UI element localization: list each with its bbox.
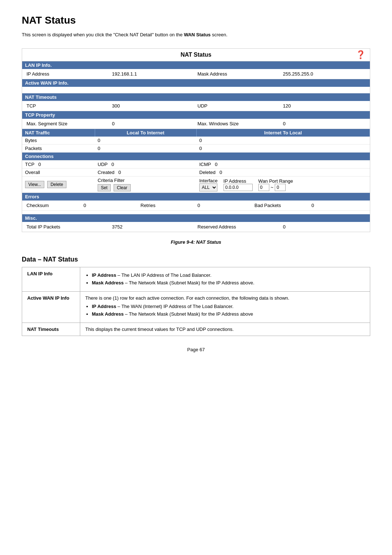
interface-select[interactable]: ALL — [199, 183, 217, 191]
filter-fields-cell: Interface ALL IP Address Wan Port Range — [196, 177, 370, 193]
interface-group: Interface ALL — [199, 178, 218, 191]
section-lan-ip: LAN IP Info. — [22, 61, 370, 69]
lan-ip-desc: IP Address – The LAN IP Address of The L… — [80, 267, 370, 292]
panel-title: NAT Status — [180, 52, 211, 58]
conn-icmp-label: ICMP — [199, 162, 211, 167]
data-row-nat-timeouts: NAT Timeouts This displays the current t… — [22, 323, 370, 336]
spacer-row — [22, 211, 370, 214]
bytes-local: 0 — [95, 137, 196, 145]
errors-row: Checksum 0 Retries 0 Bad Packets 0 — [22, 200, 370, 211]
set-button[interactable]: Set — [98, 184, 111, 191]
view-button[interactable]: View... — [25, 181, 44, 188]
section-nat-timeouts: NAT Timeouts — [22, 93, 370, 101]
conn-udp-label: UDP — [98, 162, 107, 167]
conn-deleted-cell: Deleted 0 — [196, 169, 370, 177]
intro-paragraph: This screen is displayed when you click … — [22, 32, 370, 37]
conn-created-label: Created — [98, 170, 114, 175]
packets-internet: 0 — [196, 145, 370, 153]
panel-header: NAT Status ❓ — [22, 49, 370, 61]
criteria-filter-label: Criteria Filter — [98, 178, 124, 183]
mask-address-value: 255.255.255.0 — [282, 70, 367, 77]
nat-traffic-header: NAT Traffic — [22, 129, 95, 137]
active-wan-bullet-2: Mask Address – The Network Mask (Subnet … — [92, 311, 365, 317]
nat-traffic-table: NAT Traffic Local To Internet Internet T… — [22, 129, 370, 193]
data-section-title: Data – NAT Status — [22, 256, 370, 263]
ip-address-value: 192.168.1.1 — [111, 70, 196, 77]
conn-icmp-value: 0 — [215, 162, 217, 167]
conn-created-value: 0 — [118, 170, 121, 175]
bad-packets-value: 0 — [310, 202, 367, 209]
section-misc: Misc. — [22, 214, 370, 222]
retries-label: Retries — [139, 202, 196, 209]
section-active-wan: Active WAN IP Info. — [22, 79, 370, 87]
connections-row2: Overall Created 0 Deleted 0 — [22, 169, 370, 177]
nat-timeouts-term: NAT Timeouts — [22, 323, 80, 336]
nat-timeouts-desc: This displays the current timeout values… — [80, 323, 370, 336]
lan-ip-bullet-1: IP Address – The LAN IP Address of The L… — [92, 272, 365, 278]
connections-header: Connections — [22, 153, 370, 161]
active-wan-desc: There is one (1) row for each active con… — [80, 292, 370, 323]
packets-label: Packets — [22, 145, 95, 153]
ip-address-filter-label: IP Address — [224, 178, 253, 184]
conn-tcp-value: 0 — [38, 162, 41, 167]
wan-port-to-input[interactable] — [275, 184, 286, 191]
figure-caption: Figure 9-4: NAT Status — [22, 239, 370, 245]
mask-address-label: Mask Address — [196, 70, 282, 77]
udp-label: UDP — [196, 102, 282, 109]
wan-port-range-group: Wan Port Range ~ — [258, 178, 293, 191]
wan-port-range-label: Wan Port Range — [258, 178, 293, 184]
connections-row3: View... Delete Criteria Filter Set Clear — [22, 177, 370, 193]
conn-created-cell: Created 0 — [95, 169, 196, 177]
delete-button[interactable]: Delete — [47, 181, 66, 188]
port-range-separator: ~ — [271, 185, 274, 190]
help-icon[interactable]: ❓ — [356, 50, 366, 60]
ip-address-input[interactable] — [224, 184, 253, 191]
tcp-property-row: Max. Segment Size 0 Max. Windows Size 0 — [22, 119, 370, 129]
total-ip-packets-label: Total IP Packets — [25, 223, 111, 230]
retries-value: 0 — [196, 202, 253, 209]
criteria-filter-cell: Criteria Filter Set Clear — [95, 177, 196, 193]
ip-address-label: IP Address — [25, 70, 111, 77]
conn-icmp-cell: ICMP 0 — [196, 161, 370, 169]
lan-ip-term: LAN IP Info — [22, 267, 80, 292]
ip-address-group: IP Address — [224, 178, 253, 191]
max-segment-value: 0 — [111, 120, 196, 127]
data-description-table: LAN IP Info IP Address – The LAN IP Addr… — [22, 267, 370, 336]
active-wan-bullet-1: IP Address – The WAN (Internet) IP Addre… — [92, 304, 365, 309]
reserved-address-value: 0 — [282, 223, 367, 230]
view-delete-cell: View... Delete — [22, 177, 95, 193]
lan-ip-row: IP Address 192.168.1.1 Mask Address 255.… — [22, 69, 370, 79]
tcp-value: 300 — [111, 102, 196, 109]
udp-value: 120 — [282, 102, 367, 109]
misc-row: Total IP Packets 3752 Reserved Address 0 — [22, 222, 370, 232]
conn-overall-label: Overall — [25, 170, 40, 175]
conn-udp-cell: UDP 0 — [95, 161, 196, 169]
bytes-label: Bytes — [22, 137, 95, 145]
connections-header-row: Connections — [22, 153, 370, 161]
packets-local: 0 — [95, 145, 196, 153]
max-windows-value: 0 — [282, 120, 367, 127]
packets-row: Packets 0 0 — [22, 145, 370, 153]
active-wan-row — [22, 87, 370, 93]
conn-deleted-label: Deleted — [199, 170, 216, 175]
bytes-row: Bytes 0 0 — [22, 137, 370, 145]
conn-tcp-label: TCP — [25, 162, 34, 167]
max-windows-label: Max. Windows Size — [196, 120, 282, 127]
connections-row1: TCP 0 UDP 0 ICMP 0 — [22, 161, 370, 169]
section-tcp-property: TCP Property — [22, 111, 370, 119]
conn-udp-value: 0 — [111, 162, 114, 167]
conn-overall-cell: Overall — [22, 169, 95, 177]
data-row-lan-ip: LAN IP Info IP Address – The LAN IP Addr… — [22, 267, 370, 292]
clear-button[interactable]: Clear — [114, 184, 131, 191]
local-to-internet-header: Local To Internet — [95, 129, 196, 137]
active-wan-term: Active WAN IP Info — [22, 292, 80, 323]
data-row-active-wan: Active WAN IP Info There is one (1) row … — [22, 292, 370, 323]
nat-status-panel: NAT Status ❓ LAN IP Info. IP Address 192… — [22, 48, 370, 232]
bytes-internet: 0 — [196, 137, 370, 145]
checksum-label: Checksum — [25, 202, 82, 209]
max-segment-label: Max. Segment Size — [25, 120, 111, 127]
wan-port-from-input[interactable] — [258, 184, 269, 191]
total-ip-packets-value: 3752 — [111, 223, 196, 230]
nat-timeouts-row: TCP 300 UDP 120 — [22, 101, 370, 111]
interface-label: Interface — [199, 178, 218, 183]
